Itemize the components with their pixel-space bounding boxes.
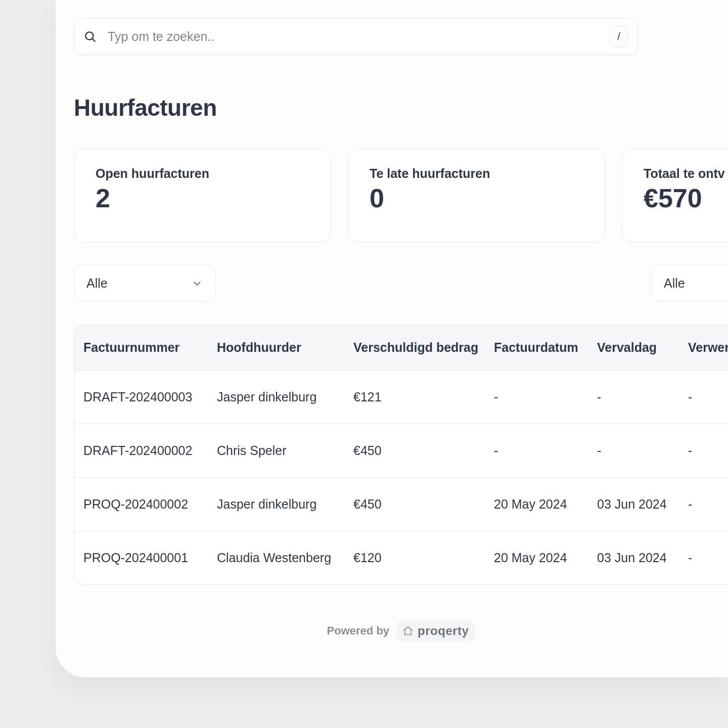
dropdown-label: Alle (664, 276, 685, 291)
cell-invdate: - (487, 424, 590, 478)
filter-status-dropdown[interactable]: Alle (74, 265, 215, 301)
stat-title: Open huurfacturen (96, 166, 310, 181)
cell-invoice: DRAFT-202400002 (74, 424, 210, 478)
search-icon (83, 30, 97, 43)
search-bar[interactable]: / (74, 18, 638, 55)
cell-invdate: 20 May 2024 (487, 478, 590, 531)
cell-tenant: Jasper dinkelburg (210, 371, 346, 424)
footer: Powered by proqerty (74, 621, 728, 641)
cell-amount: €121 (346, 371, 487, 424)
cell-duedate: 03 Jun 2024 (590, 478, 681, 531)
stat-card-late: Te late huurfacturen 0 (348, 149, 606, 243)
table-row[interactable]: PROQ-202400002 Jasper dinkelburg €450 20… (74, 478, 728, 531)
stat-card-open: Open huurfacturen 2 (74, 149, 332, 243)
th-tenant[interactable]: Hoofdhuurder (210, 325, 346, 371)
table-row[interactable]: PROQ-202400001 Claudia Westenberg €120 2… (74, 531, 728, 585)
cell-amount: €450 (346, 478, 487, 531)
cell-invoice: DRAFT-202400003 (74, 371, 210, 424)
dropdown-label: Alle (86, 276, 108, 291)
table-header-row: Factuurnummer Hoofdhuurder Verschuldigd … (74, 325, 728, 371)
table-row[interactable]: DRAFT-202400002 Chris Speler €450 - - - (74, 424, 728, 478)
th-processed[interactable]: Verwer (681, 325, 728, 371)
stat-title: Te late huurfacturen (370, 166, 584, 181)
stats-row: Open huurfacturen 2 Te late huurfacturen… (74, 149, 728, 243)
cell-tenant: Chris Speler (210, 424, 346, 478)
cell-amount: €120 (346, 531, 487, 585)
stat-value: 2 (96, 183, 310, 213)
invoices-table: Factuurnummer Hoofdhuurder Verschuldigd … (74, 325, 728, 585)
th-due-date[interactable]: Vervaldag (590, 325, 681, 371)
cell-duedate: - (590, 371, 681, 424)
cell-invdate: 20 May 2024 (487, 531, 590, 585)
brand-badge[interactable]: proqerty (396, 621, 475, 641)
table-row[interactable]: DRAFT-202400003 Jasper dinkelburg €121 -… (74, 371, 728, 424)
cell-process: - (681, 531, 728, 585)
stat-value: 0 (370, 183, 584, 213)
app-window: / Huurfacturen Open huurfacturen 2 Te la… (56, 0, 728, 677)
brand-logo-icon (402, 625, 414, 636)
cell-process: - (681, 478, 728, 531)
page-title: Huurfacturen (74, 94, 217, 121)
cell-invoice: PROQ-202400001 (74, 531, 210, 585)
cell-invdate: - (487, 371, 590, 424)
cell-invoice: PROQ-202400002 (74, 478, 210, 531)
cell-duedate: - (590, 424, 681, 478)
th-invoice-date[interactable]: Factuurdatum (487, 325, 590, 371)
th-invoice[interactable]: Factuurnummer (74, 325, 210, 371)
svg-line-1 (93, 39, 95, 41)
th-amount[interactable]: Verschuldigd bedrag (346, 325, 487, 371)
cell-tenant: Claudia Westenberg (210, 531, 346, 585)
filter-secondary-dropdown[interactable]: Alle (651, 265, 728, 301)
cell-amount: €450 (346, 424, 487, 478)
search-shortcut-key: / (609, 26, 628, 47)
stat-value: €570 (644, 183, 728, 213)
chevron-down-icon (192, 278, 203, 289)
brand-name: proqerty (418, 624, 469, 638)
cell-duedate: 03 Jun 2024 (590, 531, 681, 585)
cell-tenant: Jasper dinkelburg (210, 478, 346, 531)
cell-process: - (681, 424, 728, 478)
powered-by-label: Powered by (327, 624, 389, 638)
search-input[interactable] (108, 29, 609, 44)
stat-title: Totaal te ontv (644, 166, 728, 181)
stat-card-total: Totaal te ontv €570 (622, 149, 728, 243)
cell-process: - (681, 371, 728, 424)
